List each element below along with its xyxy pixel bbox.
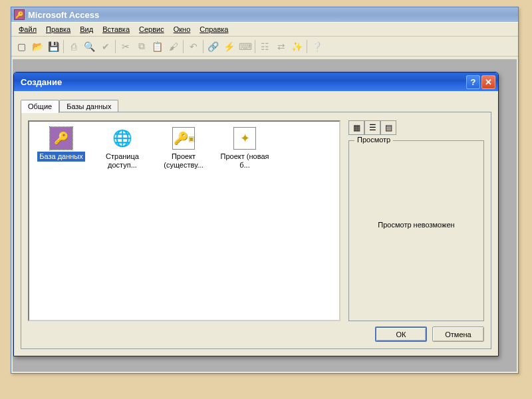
template-item-database[interactable]: 🔑 База данных (33, 127, 89, 162)
toolbar-separator (63, 40, 64, 53)
toolbar-separator (255, 40, 255, 53)
toolbar: ▢ 📂 💾 ⎙ 🔍 ✔ ✂ ⧉ 📋 🖌 ↶ 🔗 ⚡ ⌨ ☷ ⇄ ✨ ❔ (11, 37, 518, 57)
spellcheck-icon[interactable]: ✔ (98, 39, 113, 54)
dialog-right-column: ▦ ☰ ▤ Просмотр Просмотр невозможен (348, 120, 484, 318)
template-item-data-access-page[interactable]: 🌐 Страница доступ... (94, 127, 150, 170)
preview-legend: Просмотр (354, 136, 393, 144)
properties-icon[interactable]: ☷ (257, 39, 273, 54)
copy-icon[interactable]: ⧉ (134, 39, 149, 54)
preview-groupbox: Просмотр Просмотр невозможен (348, 140, 484, 321)
toolbar-separator (115, 40, 116, 53)
dialog-titlebar[interactable]: Создание ? ✕ (14, 72, 498, 91)
save-icon[interactable]: 💾 (46, 39, 61, 54)
tab-databases[interactable]: Базы данных (59, 100, 118, 112)
toolbar-separator (307, 40, 307, 53)
menu-view[interactable]: Вид (75, 24, 98, 35)
print-preview-icon[interactable]: 🔍 (82, 39, 97, 54)
menubar: Файл Правка Вид Вставка Сервис Окно Спра… (11, 22, 518, 37)
template-label: Страница доступ... (94, 152, 150, 170)
menu-insert[interactable]: Вставка (98, 24, 134, 35)
project-existing-icon: 🔑▣ (172, 127, 195, 150)
dialog-close-button[interactable]: ✕ (481, 75, 495, 89)
new-file-icon[interactable]: ▢ (14, 39, 29, 54)
dialog-body: Общие Базы данных 🔑 База данных 🌐 Страни… (21, 98, 491, 349)
analysis-icon[interactable]: ⚡ (221, 39, 237, 54)
open-folder-icon[interactable]: 📂 (30, 39, 45, 54)
print-icon[interactable]: ⎙ (66, 39, 81, 54)
create-dialog: Создание ? ✕ Общие Базы данных 🔑 База да… (13, 72, 499, 356)
ok-button[interactable]: ОК (375, 327, 427, 342)
view-details-button[interactable]: ▤ (380, 120, 396, 135)
template-list[interactable]: 🔑 База данных 🌐 Страница доступ... 🔑▣ Пр… (28, 120, 340, 321)
code-icon[interactable]: ⌨ (237, 39, 253, 54)
paste-icon[interactable]: 📋 (150, 39, 165, 54)
relations-icon[interactable]: ⇄ (273, 39, 289, 54)
toolbar-separator (183, 40, 184, 53)
template-label: Проект (новая б... (217, 152, 273, 170)
view-large-icons-button[interactable]: ▦ (348, 120, 364, 135)
toolbar-separator (203, 40, 203, 53)
view-list-button[interactable]: ☰ (364, 120, 380, 135)
access-app-icon: 🔑 (14, 9, 25, 20)
tab-strip: Общие Базы данных (21, 98, 491, 112)
view-mode-switch: ▦ ☰ ▤ (348, 120, 484, 135)
menu-help[interactable]: Справка (195, 24, 233, 35)
app-titlebar: 🔑 Microsoft Access (11, 7, 518, 22)
links-icon[interactable]: 🔗 (205, 39, 221, 54)
data-access-page-icon: 🌐 (111, 127, 134, 150)
dialog-help-button[interactable]: ? (466, 75, 480, 89)
undo-icon[interactable]: ↶ (186, 39, 201, 54)
template-item-project-new[interactable]: ✦ Проект (новая б... (217, 127, 273, 170)
template-item-project-existing[interactable]: 🔑▣ Проект (существу... (156, 127, 211, 170)
tab-general[interactable]: Общие (21, 100, 59, 113)
template-label: База данных (37, 152, 85, 162)
dialog-button-row: ОК Отмена (375, 327, 484, 342)
app-title: Microsoft Access (28, 10, 99, 20)
menu-service[interactable]: Сервис (134, 24, 169, 35)
menu-edit[interactable]: Правка (41, 24, 75, 35)
menu-file[interactable]: Файл (14, 24, 41, 35)
project-new-icon: ✦ (233, 127, 256, 150)
cancel-button[interactable]: Отмена (432, 327, 484, 342)
cut-icon[interactable]: ✂ (118, 39, 133, 54)
menu-window[interactable]: Окно (169, 24, 196, 35)
new-object-icon[interactable]: ✨ (289, 39, 305, 54)
preview-message: Просмотр невозможен (356, 221, 477, 229)
format-painter-icon[interactable]: 🖌 (166, 39, 181, 54)
dialog-title: Создание (21, 77, 62, 87)
help-icon[interactable]: ❔ (309, 39, 325, 54)
database-icon: 🔑 (50, 127, 72, 150)
template-label: Проект (существу... (156, 152, 211, 170)
tab-panel-general: 🔑 База данных 🌐 Страница доступ... 🔑▣ Пр… (21, 112, 491, 349)
